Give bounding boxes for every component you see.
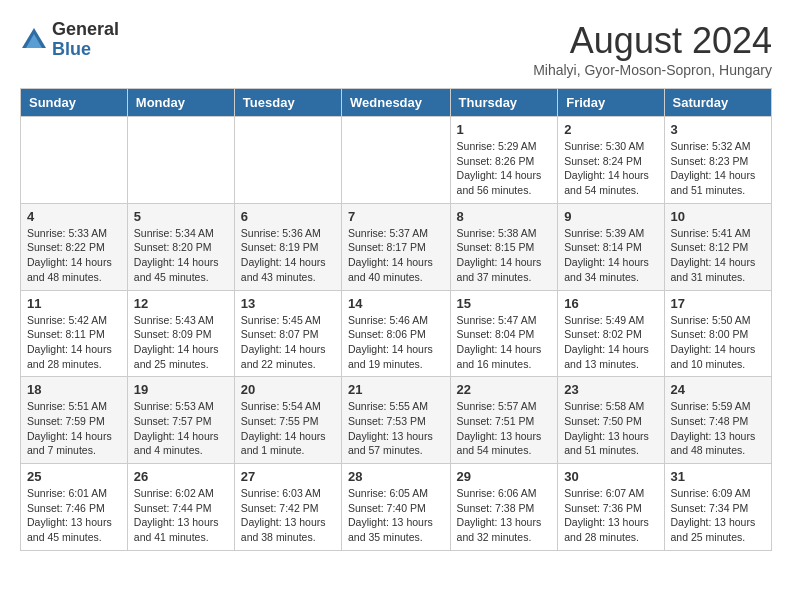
day-info: Sunrise: 5:33 AM Sunset: 8:22 PM Dayligh… [27,226,121,285]
day-number: 31 [671,469,765,484]
calendar-cell: 24Sunrise: 5:59 AM Sunset: 7:48 PM Dayli… [664,377,771,464]
logo-icon [20,26,48,54]
logo: General Blue [20,20,119,60]
day-number: 21 [348,382,444,397]
calendar-header-row: SundayMondayTuesdayWednesdayThursdayFrid… [21,89,772,117]
day-number: 10 [671,209,765,224]
calendar-cell: 2Sunrise: 5:30 AM Sunset: 8:24 PM Daylig… [558,117,664,204]
calendar-cell: 4Sunrise: 5:33 AM Sunset: 8:22 PM Daylig… [21,203,128,290]
day-info: Sunrise: 6:09 AM Sunset: 7:34 PM Dayligh… [671,486,765,545]
day-info: Sunrise: 5:36 AM Sunset: 8:19 PM Dayligh… [241,226,335,285]
calendar-cell: 31Sunrise: 6:09 AM Sunset: 7:34 PM Dayli… [664,464,771,551]
day-number: 7 [348,209,444,224]
day-info: Sunrise: 5:41 AM Sunset: 8:12 PM Dayligh… [671,226,765,285]
day-info: Sunrise: 5:37 AM Sunset: 8:17 PM Dayligh… [348,226,444,285]
calendar-cell: 25Sunrise: 6:01 AM Sunset: 7:46 PM Dayli… [21,464,128,551]
day-info: Sunrise: 6:06 AM Sunset: 7:38 PM Dayligh… [457,486,552,545]
day-info: Sunrise: 5:38 AM Sunset: 8:15 PM Dayligh… [457,226,552,285]
day-number: 2 [564,122,657,137]
day-info: Sunrise: 5:53 AM Sunset: 7:57 PM Dayligh… [134,399,228,458]
column-header-tuesday: Tuesday [234,89,341,117]
day-info: Sunrise: 5:59 AM Sunset: 7:48 PM Dayligh… [671,399,765,458]
calendar-cell: 15Sunrise: 5:47 AM Sunset: 8:04 PM Dayli… [450,290,558,377]
day-info: Sunrise: 5:34 AM Sunset: 8:20 PM Dayligh… [134,226,228,285]
calendar-cell: 23Sunrise: 5:58 AM Sunset: 7:50 PM Dayli… [558,377,664,464]
calendar-cell: 7Sunrise: 5:37 AM Sunset: 8:17 PM Daylig… [342,203,451,290]
logo-blue-text: Blue [52,40,119,60]
calendar-cell [127,117,234,204]
day-number: 8 [457,209,552,224]
day-number: 23 [564,382,657,397]
calendar-cell: 20Sunrise: 5:54 AM Sunset: 7:55 PM Dayli… [234,377,341,464]
column-header-saturday: Saturday [664,89,771,117]
day-info: Sunrise: 5:42 AM Sunset: 8:11 PM Dayligh… [27,313,121,372]
day-number: 20 [241,382,335,397]
day-info: Sunrise: 5:46 AM Sunset: 8:06 PM Dayligh… [348,313,444,372]
day-number: 3 [671,122,765,137]
day-info: Sunrise: 6:03 AM Sunset: 7:42 PM Dayligh… [241,486,335,545]
day-number: 11 [27,296,121,311]
day-info: Sunrise: 5:32 AM Sunset: 8:23 PM Dayligh… [671,139,765,198]
day-number: 1 [457,122,552,137]
day-info: Sunrise: 5:50 AM Sunset: 8:00 PM Dayligh… [671,313,765,372]
day-number: 27 [241,469,335,484]
day-number: 30 [564,469,657,484]
calendar-table: SundayMondayTuesdayWednesdayThursdayFrid… [20,88,772,551]
column-header-friday: Friday [558,89,664,117]
calendar-cell: 13Sunrise: 5:45 AM Sunset: 8:07 PM Dayli… [234,290,341,377]
calendar-cell: 9Sunrise: 5:39 AM Sunset: 8:14 PM Daylig… [558,203,664,290]
calendar-cell: 12Sunrise: 5:43 AM Sunset: 8:09 PM Dayli… [127,290,234,377]
day-info: Sunrise: 6:01 AM Sunset: 7:46 PM Dayligh… [27,486,121,545]
day-number: 9 [564,209,657,224]
day-info: Sunrise: 5:43 AM Sunset: 8:09 PM Dayligh… [134,313,228,372]
calendar-cell: 3Sunrise: 5:32 AM Sunset: 8:23 PM Daylig… [664,117,771,204]
day-number: 12 [134,296,228,311]
day-info: Sunrise: 5:39 AM Sunset: 8:14 PM Dayligh… [564,226,657,285]
calendar-cell: 26Sunrise: 6:02 AM Sunset: 7:44 PM Dayli… [127,464,234,551]
day-info: Sunrise: 5:58 AM Sunset: 7:50 PM Dayligh… [564,399,657,458]
column-header-wednesday: Wednesday [342,89,451,117]
day-info: Sunrise: 6:07 AM Sunset: 7:36 PM Dayligh… [564,486,657,545]
day-info: Sunrise: 5:47 AM Sunset: 8:04 PM Dayligh… [457,313,552,372]
calendar-cell: 16Sunrise: 5:49 AM Sunset: 8:02 PM Dayli… [558,290,664,377]
calendar-cell: 5Sunrise: 5:34 AM Sunset: 8:20 PM Daylig… [127,203,234,290]
day-info: Sunrise: 6:05 AM Sunset: 7:40 PM Dayligh… [348,486,444,545]
day-number: 4 [27,209,121,224]
calendar-cell: 22Sunrise: 5:57 AM Sunset: 7:51 PM Dayli… [450,377,558,464]
calendar-cell [234,117,341,204]
day-info: Sunrise: 5:49 AM Sunset: 8:02 PM Dayligh… [564,313,657,372]
day-number: 5 [134,209,228,224]
day-info: Sunrise: 5:55 AM Sunset: 7:53 PM Dayligh… [348,399,444,458]
day-number: 14 [348,296,444,311]
location-subtitle: Mihalyi, Gyor-Moson-Sopron, Hungary [533,62,772,78]
day-info: Sunrise: 5:45 AM Sunset: 8:07 PM Dayligh… [241,313,335,372]
column-header-monday: Monday [127,89,234,117]
header: General Blue August 2024 Mihalyi, Gyor-M… [20,20,772,78]
calendar-cell: 18Sunrise: 5:51 AM Sunset: 7:59 PM Dayli… [21,377,128,464]
calendar-cell: 27Sunrise: 6:03 AM Sunset: 7:42 PM Dayli… [234,464,341,551]
day-number: 19 [134,382,228,397]
month-year-title: August 2024 [533,20,772,62]
calendar-week-row: 1Sunrise: 5:29 AM Sunset: 8:26 PM Daylig… [21,117,772,204]
calendar-cell: 8Sunrise: 5:38 AM Sunset: 8:15 PM Daylig… [450,203,558,290]
day-number: 13 [241,296,335,311]
day-info: Sunrise: 5:29 AM Sunset: 8:26 PM Dayligh… [457,139,552,198]
day-number: 17 [671,296,765,311]
day-number: 15 [457,296,552,311]
column-header-thursday: Thursday [450,89,558,117]
calendar-cell: 10Sunrise: 5:41 AM Sunset: 8:12 PM Dayli… [664,203,771,290]
day-number: 28 [348,469,444,484]
calendar-week-row: 4Sunrise: 5:33 AM Sunset: 8:22 PM Daylig… [21,203,772,290]
calendar-cell: 1Sunrise: 5:29 AM Sunset: 8:26 PM Daylig… [450,117,558,204]
day-number: 24 [671,382,765,397]
day-number: 26 [134,469,228,484]
title-section: August 2024 Mihalyi, Gyor-Moson-Sopron, … [533,20,772,78]
calendar-cell: 17Sunrise: 5:50 AM Sunset: 8:00 PM Dayli… [664,290,771,377]
calendar-week-row: 25Sunrise: 6:01 AM Sunset: 7:46 PM Dayli… [21,464,772,551]
day-info: Sunrise: 5:54 AM Sunset: 7:55 PM Dayligh… [241,399,335,458]
calendar-cell: 21Sunrise: 5:55 AM Sunset: 7:53 PM Dayli… [342,377,451,464]
day-info: Sunrise: 5:51 AM Sunset: 7:59 PM Dayligh… [27,399,121,458]
day-number: 18 [27,382,121,397]
calendar-week-row: 18Sunrise: 5:51 AM Sunset: 7:59 PM Dayli… [21,377,772,464]
column-header-sunday: Sunday [21,89,128,117]
